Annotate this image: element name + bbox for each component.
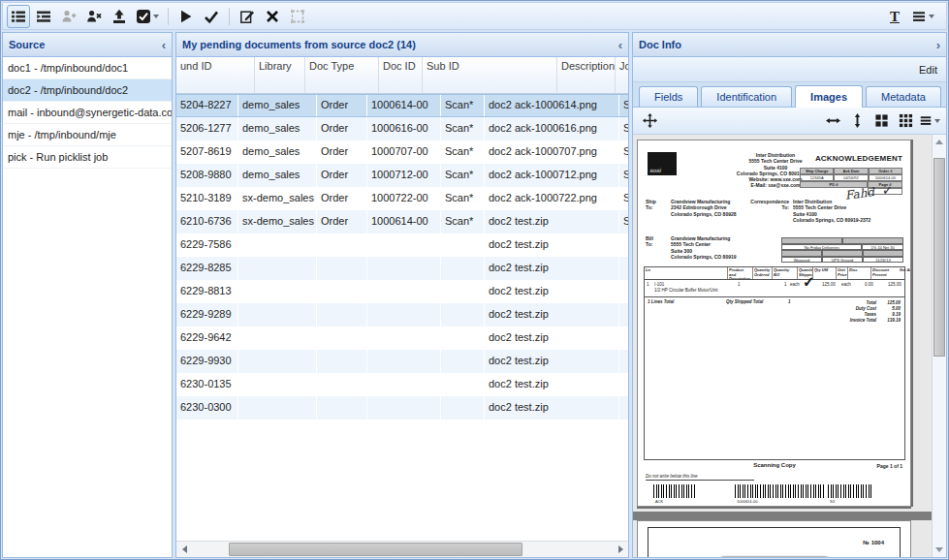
collapse-left-icon[interactable]: ‹ (618, 39, 622, 51)
cell-sub-id (441, 257, 485, 280)
view-details-button[interactable] (32, 5, 55, 28)
cell-doc-id (367, 303, 441, 327)
grid-column-header[interactable]: Sub ID (423, 57, 557, 93)
source-list-item[interactable]: mje - /tmp/inbound/mje (3, 124, 172, 146)
cell-library (238, 233, 317, 257)
edit-button[interactable] (236, 5, 259, 28)
vertical-scrollbar[interactable] (932, 135, 946, 557)
grid-column-header[interactable]: Library (255, 57, 305, 93)
cell-sub-id: Scan* (441, 117, 485, 140)
grid-column-header[interactable]: Description (557, 57, 616, 93)
scroll-down-arrow[interactable] (933, 543, 946, 557)
source-list-item[interactable]: doc1 - /tmp/inbound/doc1 (3, 57, 172, 79)
page-divider (633, 512, 932, 520)
cell-doc-type: Order (317, 95, 367, 116)
doc-info-tab[interactable]: Metadata (866, 86, 941, 107)
document-row[interactable]: 5210-3189 sx-demo_sales Order 1000722-00… (176, 187, 628, 210)
document-row[interactable]: 6229-8813 doc2 test.zip (176, 280, 628, 303)
document-row[interactable]: 5207-8619 demo_sales Order 1000707-00 Sc… (176, 140, 628, 164)
document-row[interactable]: 6229-8285 doc2 test.zip (176, 257, 628, 280)
cell-inbound-id: 6230-0300 (176, 396, 238, 420)
cell-description: doc2 test.zip (485, 303, 619, 327)
delete-button[interactable] (261, 5, 284, 28)
collapse-left-icon[interactable]: ‹ (162, 39, 166, 51)
cell-job (619, 396, 628, 420)
document-page-2: № 1004 (637, 520, 911, 557)
run-button[interactable] (174, 5, 198, 28)
horizontal-scroll-thumb[interactable] (229, 543, 522, 556)
scan-terms-table: No Friday Deliveries1% 10 Net 30 Wayward… (781, 237, 903, 263)
cell-sub-id (441, 373, 485, 396)
cell-doc-id (367, 373, 441, 396)
items-col-label: Disc (848, 267, 871, 279)
cell-doc-id (367, 396, 441, 420)
cell-inbound-id: 6229-9930 (176, 350, 238, 373)
unassign-user-button[interactable] (82, 5, 106, 28)
document-row[interactable]: 5204-8227 demo_sales Order 1000614-00 Sc… (176, 94, 628, 117)
thumbnails-small-button[interactable] (895, 110, 916, 132)
document-row[interactable]: 6229-7586 doc2 test.zip (176, 233, 628, 257)
doc-info-tab[interactable]: Fields (639, 86, 698, 107)
fit-width-button[interactable] (822, 110, 843, 132)
source-list-item[interactable]: pick - Run picklist job (3, 146, 172, 169)
grid-column-headers: und ID Library Doc Type Doc ID Sub ID De… (176, 57, 628, 94)
document-row[interactable]: 6230-0135 doc2 test.zip (176, 373, 628, 396)
doc-info-tab[interactable]: Identification (701, 86, 792, 107)
scroll-left-arrow[interactable] (176, 542, 192, 557)
assign-user-button[interactable] (57, 5, 80, 28)
pan-button[interactable] (639, 110, 660, 132)
edit-icon (239, 9, 255, 24)
edit-doc-button[interactable]: Edit (919, 64, 937, 76)
cell-inbound-id: 6230-0135 (176, 373, 238, 396)
select-region-button[interactable] (286, 5, 309, 28)
scan-ack-title: ACKNOWLEDGEMENT (815, 154, 902, 163)
cell-sub-id (441, 396, 485, 420)
cell-description: doc2 test.zip (485, 350, 619, 373)
documents-panel-title: My pending documents from source doc2 (1… (182, 39, 416, 50)
source-list-item[interactable]: mail - inbound@synergetic-data.com (3, 102, 172, 124)
scroll-up-arrow[interactable] (933, 135, 946, 149)
cell-doc-id: 1000616-00 (367, 117, 441, 140)
expand-right-icon[interactable]: › (936, 39, 940, 51)
fit-height-button[interactable] (846, 110, 868, 132)
cell-inbound-id: 6229-7586 (176, 233, 238, 257)
scroll-right-arrow[interactable] (613, 542, 628, 557)
toolbar-separator (168, 8, 169, 25)
upload-button[interactable] (108, 5, 131, 28)
view-details-icon (36, 9, 51, 24)
document-row[interactable]: 6229-9930 doc2 test.zip (176, 350, 628, 373)
doc-info-tab[interactable]: Images (795, 85, 863, 108)
vertical-scroll-thumb[interactable] (933, 158, 945, 357)
document-row[interactable]: 5208-9880 demo_sales Order 1000712-00 Sc… (176, 164, 628, 187)
menu-button[interactable] (908, 5, 937, 28)
document-row[interactable]: 5206-1277 demo_sales Order 1000616-00 Sc… (176, 117, 628, 140)
cell-doc-type (317, 280, 367, 303)
grid-column-header[interactable]: und ID (176, 57, 255, 93)
document-row[interactable]: 6229-9642 doc2 test.zip (176, 327, 628, 350)
source-panel-title: Source (9, 39, 45, 50)
text-format-button[interactable]: T (883, 5, 906, 28)
document-row[interactable]: 6210-6736 sx-demo_sales Order 1000614-00… (176, 210, 628, 233)
select-menu-caret-icon (153, 15, 159, 18)
select-checkbox-button[interactable] (133, 5, 162, 28)
approve-button[interactable] (200, 5, 223, 28)
grid-column-header[interactable]: Doc Type (305, 57, 379, 93)
grid-column-header[interactable]: Doc ID (379, 57, 423, 93)
document-row[interactable]: 6230-0300 doc2 test.zip (176, 396, 628, 420)
source-list-item[interactable]: doc2 - /tmp/inbound/doc2 (3, 79, 172, 102)
cell-library: demo_sales (238, 117, 317, 140)
cell-job: SX_ (619, 117, 628, 140)
ship-to-address: Grandview Manufacturing 2342 Edinborough… (671, 199, 737, 217)
image-menu-button[interactable] (919, 110, 940, 132)
item-qty-ordered: 1 (738, 282, 741, 287)
cell-sub-id (441, 350, 485, 373)
thumbnails-large-button[interactable] (870, 110, 892, 132)
text-format-icon: T (890, 10, 900, 24)
cell-inbound-id: 6229-8285 (176, 257, 238, 280)
cell-inbound-id: 5207-8619 (176, 140, 238, 164)
document-row[interactable]: 6229-9289 doc2 test.zip (176, 303, 628, 327)
grid-column-header[interactable]: Job (616, 57, 628, 93)
horizontal-scrollbar[interactable] (176, 541, 628, 557)
view-list-button[interactable] (7, 5, 30, 28)
source-panel: Source ‹ doc1 - /tmp/inbound/doc1 doc2 -… (2, 32, 173, 558)
